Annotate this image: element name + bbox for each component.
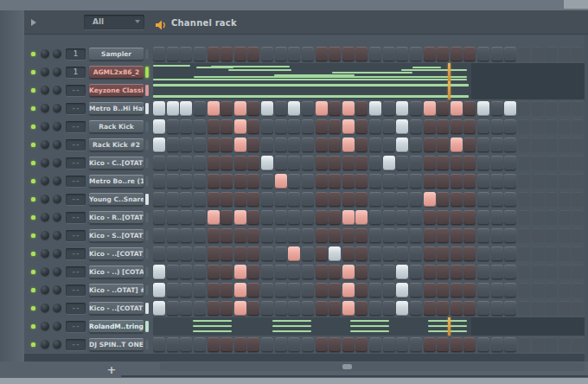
step-cell[interactable] [288, 210, 300, 225]
step-cell[interactable] [208, 156, 220, 170]
pan-knob[interactable] [41, 86, 49, 94]
step-cell[interactable] [463, 47, 476, 61]
step-cell[interactable] [234, 301, 246, 316]
step-cell[interactable] [559, 47, 571, 61]
channel-selector[interactable] [145, 194, 149, 205]
step-cell[interactable] [261, 265, 273, 279]
step-cell[interactable] [518, 246, 530, 261]
step-cell[interactable] [247, 337, 259, 352]
step-cell[interactable] [261, 119, 273, 134]
channel-button[interactable]: Kico - C..[OTAT] [89, 157, 144, 170]
step-cell[interactable] [288, 337, 300, 352]
step-cell[interactable] [275, 119, 287, 134]
step-cell[interactable] [208, 228, 220, 243]
step-cell[interactable] [437, 47, 449, 61]
step-cell[interactable] [302, 301, 314, 316]
step-cell[interactable] [437, 301, 449, 316]
step-cell[interactable] [477, 228, 489, 243]
channel-selector[interactable] [145, 139, 149, 150]
step-cell[interactable] [208, 101, 220, 116]
pan-knob[interactable] [41, 231, 49, 240]
mute-led[interactable] [31, 88, 35, 93]
step-cell[interactable] [504, 301, 516, 316]
step-cell[interactable] [342, 47, 355, 61]
step-cell[interactable] [180, 47, 192, 61]
step-cell[interactable] [316, 265, 328, 279]
channel-selector[interactable] [145, 230, 149, 241]
step-cell[interactable] [491, 138, 503, 152]
step-cell[interactable] [369, 174, 381, 189]
step-cell[interactable] [275, 210, 287, 225]
step-cell[interactable] [369, 337, 381, 352]
step-cell[interactable] [194, 265, 206, 279]
channel-selector[interactable] [145, 303, 149, 314]
step-cell[interactable] [424, 174, 436, 189]
mute-led[interactable] [31, 143, 35, 147]
step-cell[interactable] [247, 156, 259, 170]
step-cell[interactable] [518, 210, 530, 225]
step-cell[interactable] [288, 228, 300, 243]
step-cell[interactable] [208, 119, 220, 134]
step-cell[interactable] [355, 283, 368, 298]
step-cell[interactable] [261, 228, 273, 243]
step-cell[interactable] [410, 138, 422, 152]
step-cell[interactable] [437, 228, 449, 243]
step-cell[interactable] [410, 301, 422, 316]
step-cell[interactable] [180, 210, 192, 225]
step-cell[interactable] [220, 156, 233, 170]
step-cell[interactable] [410, 228, 422, 243]
step-cell[interactable] [342, 265, 355, 279]
step-cell[interactable] [383, 138, 395, 152]
step-cell[interactable] [532, 283, 544, 298]
step-cell[interactable] [302, 192, 314, 207]
step-cell[interactable] [383, 119, 395, 134]
step-cell[interactable] [477, 156, 489, 170]
step-cell[interactable] [288, 156, 300, 170]
step-cell[interactable] [153, 301, 165, 316]
step-cell[interactable] [491, 283, 503, 298]
step-cell[interactable] [396, 265, 408, 279]
step-cell[interactable] [545, 192, 557, 207]
step-cell[interactable] [463, 337, 476, 352]
step-cell[interactable] [329, 47, 341, 61]
step-cell[interactable] [261, 138, 273, 152]
step-cell[interactable] [220, 210, 233, 225]
step-cell[interactable] [559, 192, 571, 207]
step-cell[interactable] [288, 138, 300, 152]
step-cell[interactable] [180, 192, 192, 207]
step-cell[interactable] [329, 138, 341, 152]
mute-led[interactable] [31, 197, 35, 202]
step-cell[interactable] [424, 210, 436, 225]
step-cell[interactable] [463, 301, 476, 316]
step-cell[interactable] [153, 228, 165, 243]
mute-led[interactable] [31, 306, 35, 310]
step-cell[interactable] [504, 265, 516, 279]
mute-led[interactable] [31, 125, 35, 129]
step-cell[interactable] [532, 192, 544, 207]
step-cell[interactable] [532, 265, 544, 279]
channel-selector[interactable] [145, 67, 149, 78]
step-cell[interactable] [329, 228, 341, 243]
step-cell[interactable] [234, 119, 246, 134]
step-cell[interactable] [463, 156, 476, 170]
step-cell[interactable] [424, 47, 436, 61]
step-cell[interactable] [208, 265, 220, 279]
step-cell[interactable] [153, 138, 165, 152]
step-cell[interactable] [491, 301, 503, 316]
step-cell[interactable] [545, 210, 557, 225]
step-cell[interactable] [477, 119, 489, 134]
step-cell[interactable] [559, 283, 571, 298]
step-cell[interactable] [532, 119, 544, 134]
step-cell[interactable] [451, 192, 463, 207]
step-cell[interactable] [383, 265, 395, 279]
volume-knob[interactable] [53, 340, 61, 349]
step-cell[interactable] [288, 283, 300, 298]
step-cell[interactable] [410, 337, 422, 352]
step-cell[interactable] [518, 228, 530, 243]
step-cell[interactable] [261, 337, 273, 352]
step-cell[interactable] [477, 265, 489, 279]
step-cell[interactable] [180, 265, 192, 279]
step-cell[interactable] [316, 246, 328, 261]
step-cell[interactable] [491, 246, 503, 261]
step-cell[interactable] [477, 174, 489, 189]
